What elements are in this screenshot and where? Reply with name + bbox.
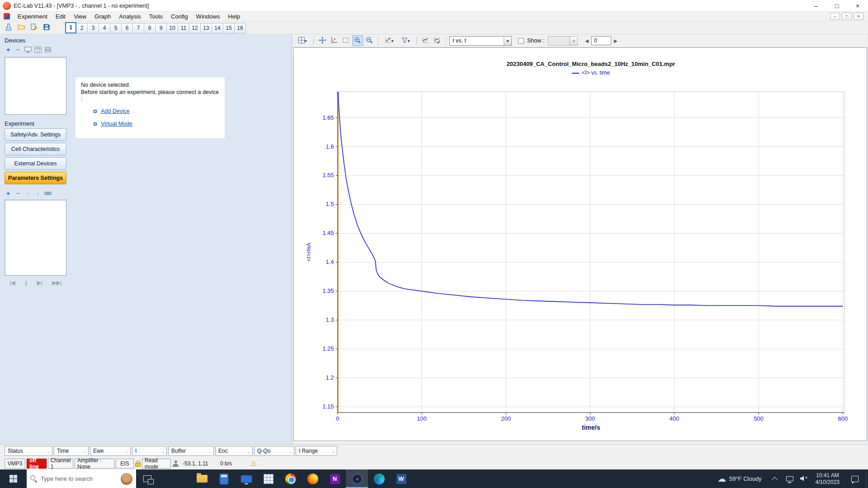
menu-view[interactable]: View [70,12,90,21]
cycle-spinbox[interactable]: 0 [591,36,611,45]
mdi-child-icon[interactable] [4,13,10,19]
task-view-button[interactable] [136,469,158,488]
menu-help[interactable]: Help [224,12,244,21]
devices-list[interactable] [5,57,66,115]
taskbar-clock[interactable]: 10:41 AM 4/10/2023 [810,472,845,486]
start-button[interactable] [0,469,27,488]
link-icon[interactable] [44,190,52,197]
legend-line-icon [572,73,579,74]
menu-graph[interactable]: Graph [90,12,115,21]
cycle-next-icon[interactable]: ▶ [612,38,619,43]
channel-tab-2[interactable]: 2 [76,23,88,33]
channel-tab-4[interactable]: 4 [99,23,110,33]
add-technique-icon[interactable]: + [5,190,12,197]
channel-tab-5[interactable]: 5 [110,23,122,33]
taskbar-pc-app[interactable] [235,469,257,488]
device-table-icon[interactable] [34,46,42,53]
action-center-icon[interactable] [851,476,859,482]
cycle-prev-icon[interactable]: ◀ [583,38,590,43]
add-device-icon[interactable]: + [5,46,12,53]
minimize-button[interactable]: – [806,0,826,11]
search-placeholder: Type here to search [41,475,117,482]
virtual-mode-link[interactable]: Virtual Mode [101,121,132,127]
cell-characteristics-button[interactable]: Cell Characteristics [5,143,66,155]
show-desktop-button[interactable] [866,469,868,488]
channel-tab-10[interactable]: 10 [167,23,178,33]
chart-canvas[interactable]: 1.151.21.251.31.351.41.451.51.551.61.650… [294,48,868,441]
network-icon[interactable] [786,476,793,481]
zoom-in-button[interactable] [352,35,363,46]
channel-tab-14[interactable]: 14 [212,23,223,33]
channel-tab-9[interactable]: 9 [156,23,167,33]
fit-axes-button[interactable] [329,35,340,46]
channel-tab-3[interactable]: 3 [88,23,99,33]
volume-muted-icon[interactable] [800,476,806,482]
taskbar-eclab[interactable] [346,469,368,488]
nav-pause-icon[interactable]: || [25,279,27,286]
zoom-select-button[interactable] [340,35,351,46]
nav-last-icon[interactable]: ▶▶| [52,279,61,286]
chevron-down-icon[interactable]: ▾ [504,37,511,45]
menu-windows[interactable]: Windows [192,12,224,21]
move-up-icon[interactable]: ↑ [24,190,32,197]
close-button[interactable]: × [847,0,868,11]
channel-tab-15[interactable]: 15 [223,23,235,33]
menu-tools[interactable]: Tools [145,12,167,21]
mdi-close-button[interactable]: × [854,13,863,20]
edit-document-icon [30,23,38,33]
graph-style-button[interactable]: ▾ [382,35,397,46]
taskbar-chrome[interactable] [279,469,302,488]
menu-experiment[interactable]: Experiment [14,12,52,21]
plot-type-combo[interactable]: I vs. t ▾ [449,36,512,46]
graph-properties-button[interactable] [432,35,443,46]
taskbar-file-explorer[interactable] [191,469,213,488]
parameters-settings-button[interactable]: Parameters Settings [5,172,66,184]
filter-button[interactable]: ▾ [398,35,413,46]
maximize-button[interactable]: □ [826,0,847,11]
taskbar-spreadsheet[interactable] [257,469,279,488]
open-button[interactable] [15,22,27,33]
channel-tab-6[interactable]: 6 [122,23,133,33]
device-group-icon[interactable] [44,46,52,53]
taskbar-search[interactable]: Type here to search [27,469,136,488]
menu-config[interactable]: Config [167,12,192,21]
taskbar-onenote[interactable]: N [324,469,346,488]
remove-device-icon[interactable]: − [14,46,22,53]
mdi-restore-button[interactable]: □ [842,13,852,20]
channel-tab-12[interactable]: 12 [189,23,201,33]
channel-tab-7[interactable]: 7 [133,23,144,33]
save-button[interactable] [41,22,52,33]
move-down-icon[interactable]: ↓ [34,190,42,197]
channel-tab-11[interactable]: 11 [178,23,189,33]
menu-analysis[interactable]: Analysis [115,12,145,21]
process-data-button[interactable] [420,35,431,46]
show-checkbox[interactable] [518,38,524,44]
taskbar-calculator[interactable] [213,469,235,488]
channel-tab-1[interactable]: 1 [65,22,76,33]
svg-text:200: 200 [501,415,511,422]
new-experiment-button[interactable] [3,22,14,33]
pan-button[interactable] [317,35,328,46]
mdi-minimize-button[interactable]: – [830,13,840,20]
add-device-link[interactable]: Add Device [101,108,130,114]
channel-tab-8[interactable]: 8 [144,23,156,33]
search-highlight-icon[interactable] [121,473,132,485]
graph-layout-button[interactable]: ▾ [295,35,310,46]
taskbar-edge[interactable] [368,469,390,488]
device-monitor-icon[interactable] [24,46,32,53]
menu-edit[interactable]: Edit [52,12,70,21]
channel-tab-16[interactable]: 16 [235,23,246,33]
weather-widget[interactable]: ☁ 59°F Cloudy [712,474,767,483]
show-hidden-icons-chevron[interactable] [772,477,778,483]
remove-technique-icon[interactable]: − [14,190,22,197]
channel-tab-13[interactable]: 13 [201,23,212,33]
nav-first-icon[interactable]: |◀ [9,279,14,286]
external-devices-button[interactable]: External Devices [5,157,66,170]
taskbar-firefox[interactable] [302,469,324,488]
zoom-out-button[interactable] [364,35,375,46]
safety-adv-settings-button[interactable]: Safety/Adv. Settings [5,128,66,141]
technique-list[interactable] [5,200,66,276]
taskbar-word[interactable]: W [390,469,412,488]
nav-next-icon[interactable]: ▶| [37,279,42,286]
modify-button[interactable] [28,22,40,33]
